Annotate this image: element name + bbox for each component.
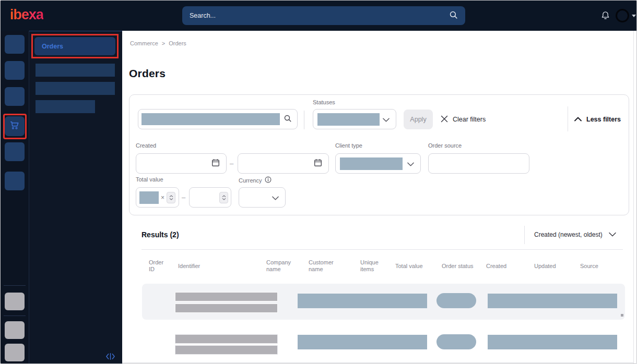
- chevron-down-icon: [407, 159, 414, 168]
- redacted-search-value: [141, 113, 280, 125]
- app-window: ibexa Ord: [0, 0, 637, 364]
- created-to-input[interactable]: [238, 153, 329, 174]
- ibexa-logo[interactable]: ibexa: [10, 7, 43, 23]
- sort-dropdown[interactable]: Created (newest, oldest): [534, 229, 616, 240]
- sidebar-item-orders-label: Orders: [42, 43, 63, 50]
- apply-button[interactable]: Apply: [404, 110, 433, 129]
- calendar-icon[interactable]: [211, 159, 220, 169]
- sidebar-item-orders[interactable]: Orders: [34, 37, 115, 55]
- rail-item-5[interactable]: [5, 142, 25, 161]
- user-menu-caret-icon[interactable]: [632, 15, 636, 17]
- client-type-select[interactable]: [335, 153, 421, 174]
- rail-item-8[interactable]: [5, 321, 25, 339]
- clear-value-icon[interactable]: ×: [161, 194, 164, 201]
- bell-icon[interactable]: [600, 10, 610, 23]
- rail-item-3[interactable]: [5, 87, 25, 106]
- breadcrumb-commerce[interactable]: Commerce: [130, 40, 158, 46]
- column-header-unique-items: Unique items: [360, 258, 384, 274]
- info-icon[interactable]: [265, 176, 272, 184]
- redacted-customer-block: [298, 294, 427, 308]
- rail-item-commerce[interactable]: [5, 116, 25, 136]
- bottom-divider: [122, 362, 633, 363]
- scroll-handle-dot[interactable]: [621, 314, 623, 317]
- stepper-icon[interactable]: [219, 192, 228, 203]
- client-type-label: Client type: [335, 142, 362, 149]
- rail-item-6[interactable]: [5, 172, 25, 190]
- clear-filters-label: Clear filters: [453, 116, 486, 123]
- filters-card: Statuses Apply Clear filters Less fi: [129, 94, 629, 215]
- scrollbar-track[interactable]: [633, 31, 634, 364]
- rail-item-2[interactable]: [5, 61, 25, 80]
- redacted-client-type-value: [340, 157, 403, 170]
- column-header-order-status: Order status: [442, 258, 483, 274]
- cart-icon: [9, 120, 20, 132]
- search-icon[interactable]: [449, 10, 458, 21]
- column-header-customer-name: Customer name: [309, 258, 342, 274]
- total-value-label: Total value: [136, 176, 163, 183]
- redacted-identifier-line: [175, 304, 278, 313]
- statuses-select[interactable]: [313, 109, 396, 129]
- redacted-status-badge: [437, 334, 476, 349]
- filter-divider: [568, 106, 568, 131]
- rail-divider: [4, 285, 26, 286]
- order-source-input[interactable]: [428, 153, 529, 174]
- column-header-created: Created: [486, 258, 515, 274]
- chevron-down-icon: [609, 231, 616, 238]
- redacted-customer-block: [298, 335, 427, 349]
- stepper-icon[interactable]: [167, 192, 175, 203]
- chevron-down-icon: [383, 115, 390, 124]
- main-content: Commerce > Orders Orders Statuses: [122, 31, 637, 364]
- column-header-order-id: Order ID: [149, 258, 170, 274]
- sidebar-item-placeholder[interactable]: [36, 64, 115, 77]
- breadcrumb-separator: >: [162, 40, 165, 46]
- table-row[interactable]: [142, 284, 625, 320]
- column-header-total-value: Total value: [395, 258, 433, 274]
- total-value-max-input[interactable]: [189, 187, 231, 208]
- global-search[interactable]: [182, 6, 465, 25]
- redacted-identifier-line: [175, 345, 278, 355]
- column-header-updated: Updated: [534, 258, 563, 274]
- redacted-total-min-value: [139, 191, 159, 204]
- filter-search-input[interactable]: [138, 109, 298, 129]
- filter-divider: [304, 111, 304, 129]
- redacted-statuses-value: [317, 113, 380, 126]
- redacted-identifier-line: [175, 292, 278, 301]
- calendar-icon[interactable]: [314, 159, 322, 169]
- less-filters-button[interactable]: Less filters: [574, 110, 621, 129]
- close-icon: [441, 115, 448, 124]
- rail-item-9[interactable]: [5, 344, 25, 361]
- rail-item-1[interactable]: [5, 35, 25, 54]
- redacted-dates-block: [488, 294, 617, 308]
- table-row[interactable]: [142, 328, 625, 360]
- search-icon[interactable]: [284, 114, 292, 125]
- value-range-separator: –: [182, 193, 185, 201]
- sidebar-item-placeholder[interactable]: [36, 100, 95, 113]
- sidebar-item-placeholder[interactable]: [36, 82, 115, 95]
- user-avatar[interactable]: [616, 9, 629, 22]
- sort-divider: [524, 226, 525, 244]
- table-header-divider: [141, 249, 623, 250]
- currency-label: Currency: [239, 177, 262, 184]
- redacted-dates-block: [488, 335, 617, 349]
- page-title: Orders: [129, 67, 166, 80]
- collapse-icon[interactable]: [104, 351, 116, 361]
- breadcrumb: Commerce > Orders: [130, 40, 186, 46]
- currency-label-group: Currency: [239, 176, 272, 184]
- results-title: Results (2): [141, 230, 179, 239]
- created-label: Created: [136, 142, 156, 149]
- statuses-label: Statuses: [313, 99, 335, 105]
- less-filters-label: Less filters: [586, 116, 621, 123]
- currency-select[interactable]: [239, 187, 286, 208]
- order-source-label: Order source: [428, 142, 462, 149]
- topbar: ibexa: [1, 1, 637, 31]
- created-from-input[interactable]: [136, 153, 227, 174]
- rail-item-7[interactable]: [5, 293, 25, 310]
- rail-divider: [4, 316, 26, 316]
- clear-filters-button[interactable]: Clear filters: [441, 110, 486, 129]
- chevron-down-icon: [272, 193, 279, 202]
- sort-label: Created (newest, oldest): [534, 231, 603, 238]
- global-search-input[interactable]: [190, 12, 449, 19]
- column-header-source: Source: [580, 258, 606, 274]
- redacted-identifier-line: [175, 334, 278, 344]
- total-value-min-input[interactable]: ×: [136, 187, 179, 208]
